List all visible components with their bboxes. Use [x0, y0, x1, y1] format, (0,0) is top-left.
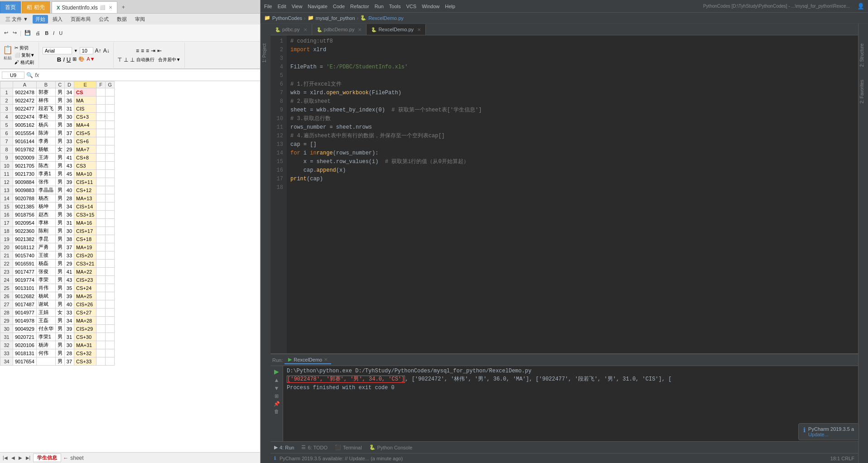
- cell[interactable]: 赵杰: [36, 211, 55, 219]
- cell[interactable]: [96, 203, 106, 211]
- cell[interactable]: 30: [64, 227, 74, 235]
- cell[interactable]: 陈涛: [36, 129, 55, 137]
- excel-grid-container[interactable]: A B C D E F G 19022478郭赛男34CS29022472林伟男…: [0, 81, 260, 452]
- cell[interactable]: [106, 96, 115, 105]
- menu-code[interactable]: Code: [333, 4, 345, 9]
- breadcrumb-mysql[interactable]: mysql_for_python: [316, 15, 355, 21]
- cell[interactable]: [106, 292, 115, 300]
- cell[interactable]: CS+8: [74, 154, 96, 162]
- cell[interactable]: 9020954: [13, 219, 37, 227]
- cell[interactable]: [106, 260, 115, 268]
- col-header-B[interactable]: B: [36, 82, 55, 88]
- table-row[interactable]: 279017487谢斌男40CIS+26: [0, 300, 115, 309]
- cell[interactable]: 43: [64, 162, 74, 170]
- cell[interactable]: [106, 211, 115, 219]
- cell[interactable]: 33: [64, 309, 74, 317]
- table-row[interactable]: 219015740王彼男33CIS+20: [0, 251, 115, 260]
- cell[interactable]: 9012682: [13, 292, 37, 300]
- menu-run[interactable]: Run: [375, 4, 384, 9]
- cell[interactable]: 男: [55, 227, 64, 235]
- cell[interactable]: [106, 113, 115, 121]
- cell[interactable]: 杨斌: [36, 292, 55, 300]
- table-row[interactable]: 139009883李晶晶男40CS+12: [0, 186, 115, 194]
- cell[interactable]: [96, 276, 106, 284]
- cell[interactable]: [96, 145, 106, 154]
- cell[interactable]: 女: [55, 309, 64, 317]
- cell[interactable]: 男: [55, 349, 64, 357]
- col-header-F[interactable]: F: [96, 82, 106, 88]
- cell[interactable]: 37: [64, 357, 74, 366]
- cell[interactable]: [96, 357, 106, 366]
- ribbon-tab-data[interactable]: 数据: [113, 15, 130, 24]
- undo-btn[interactable]: ↩: [3, 29, 10, 36]
- cell[interactable]: 男: [55, 162, 64, 170]
- run-bottom-tab-todo[interactable]: ☰ 6: TODO: [301, 444, 328, 450]
- table-row[interactable]: 239017477张俊男41MA+22: [0, 268, 115, 276]
- cell[interactable]: [96, 154, 106, 162]
- cell[interactable]: 郭赛: [36, 88, 55, 96]
- cell[interactable]: 男: [55, 325, 64, 333]
- fill-btn[interactable]: 🎨: [78, 56, 85, 63]
- valign-top-btn[interactable]: ⊤: [117, 57, 122, 63]
- indent-btn[interactable]: ⇥: [151, 48, 155, 54]
- cell[interactable]: 男: [55, 317, 64, 325]
- cell[interactable]: 29: [64, 260, 74, 268]
- cell[interactable]: 男: [55, 113, 64, 121]
- cell[interactable]: 29: [64, 145, 74, 154]
- cell[interactable]: [106, 145, 115, 154]
- cell[interactable]: 9017477: [13, 268, 37, 276]
- cell[interactable]: CS3+15: [74, 211, 96, 219]
- cell[interactable]: 9022478: [13, 88, 37, 96]
- table-row[interactable]: 39022477段若飞男31CIS: [0, 105, 115, 113]
- cell[interactable]: 男: [55, 235, 64, 243]
- cell[interactable]: 男: [55, 268, 64, 276]
- cell[interactable]: [96, 96, 106, 105]
- cell[interactable]: 杨涛: [36, 341, 55, 349]
- cut-btn[interactable]: ✂ 剪切: [14, 45, 29, 51]
- cell[interactable]: [96, 178, 106, 186]
- cell[interactable]: 王涛: [36, 154, 55, 162]
- table-row[interactable]: 309004929付永华男39CIS+29: [0, 325, 115, 333]
- tab-excel-file[interactable]: X StudentInfo.xls ⬜ ✕: [52, 1, 117, 13]
- cell[interactable]: 男: [55, 211, 64, 219]
- code-area[interactable]: # coding:utf8import xlrd FilePath = 'E:/…: [287, 35, 858, 353]
- cell[interactable]: 男: [55, 260, 64, 268]
- table-row[interactable]: 19022478郭赛男34CS: [0, 88, 115, 96]
- cell[interactable]: 李荣: [36, 276, 55, 284]
- bold-format-btn[interactable]: B: [43, 30, 50, 36]
- cell[interactable]: [106, 170, 115, 178]
- cell[interactable]: [106, 203, 115, 211]
- cell[interactable]: CS+24: [74, 284, 96, 292]
- cell[interactable]: 9020009: [13, 154, 37, 162]
- cell[interactable]: [106, 186, 115, 194]
- cell[interactable]: 28: [64, 194, 74, 203]
- cell[interactable]: 男: [55, 203, 64, 211]
- cell[interactable]: 男: [55, 333, 64, 341]
- align-right-btn[interactable]: ≡: [146, 48, 149, 54]
- cell[interactable]: [106, 309, 115, 317]
- cell[interactable]: [96, 113, 106, 121]
- cell[interactable]: 9019774: [13, 276, 37, 284]
- cell[interactable]: 李勇: [36, 137, 55, 145]
- cell[interactable]: 9014978: [13, 317, 37, 325]
- cell[interactable]: 45: [64, 170, 74, 178]
- cell[interactable]: MA+28: [74, 317, 96, 325]
- formula-input[interactable]: [41, 72, 258, 78]
- cell[interactable]: [96, 260, 106, 268]
- ribbon-tab-layout[interactable]: 页面布局: [67, 15, 94, 24]
- cell[interactable]: 张俊: [36, 268, 55, 276]
- cell[interactable]: 男: [55, 341, 64, 349]
- cell[interactable]: [96, 129, 106, 137]
- run-sidebar-icon2[interactable]: 📌: [274, 401, 280, 407]
- cell[interactable]: 9021730: [13, 170, 37, 178]
- cell[interactable]: 9020106: [13, 341, 37, 349]
- save-btn[interactable]: 💾: [23, 29, 32, 36]
- cell[interactable]: CS+12: [74, 186, 96, 194]
- cell-ref-input[interactable]: [2, 72, 24, 79]
- editor-tab-pdbcdemo[interactable]: 🐍 pdbcDemo.py ✕: [312, 24, 367, 35]
- menu-view[interactable]: View: [292, 4, 303, 9]
- cell[interactable]: 男: [55, 186, 64, 194]
- cell[interactable]: MA+31: [74, 341, 96, 349]
- cell[interactable]: CIS+14: [74, 203, 96, 211]
- cell[interactable]: 31: [64, 219, 74, 227]
